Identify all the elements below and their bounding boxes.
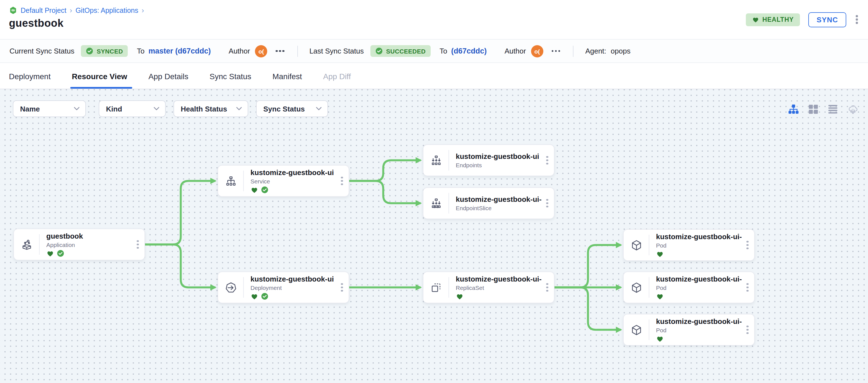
sync-button[interactable]: SYNC <box>808 12 846 27</box>
header-left: Default Project › GitOps: Applications ›… <box>9 0 144 39</box>
author-label: Author <box>229 47 250 55</box>
kebab-menu-icon[interactable] <box>542 199 553 208</box>
heart-icon <box>752 16 759 23</box>
kebab-menu-icon[interactable] <box>742 326 753 334</box>
filter-dropdown-health-status[interactable]: Health Status <box>174 100 248 117</box>
synced-badge: SYNCED <box>81 45 128 57</box>
kebab-menu-icon[interactable] <box>336 177 347 185</box>
resource-status-icons <box>656 292 742 300</box>
more-options-icon[interactable] <box>275 48 285 54</box>
chevron-down-icon <box>74 106 80 111</box>
resource-kind: Pod <box>656 242 742 249</box>
service-icon <box>218 175 243 187</box>
resource-status-icons <box>456 292 542 300</box>
filter-dropdown-sync-status[interactable]: Sync Status <box>256 100 328 117</box>
project-hexagon-icon <box>9 6 17 14</box>
resource-name: kustomize-guestbook-ui-... <box>656 275 742 284</box>
resource-kind: Application <box>46 241 132 248</box>
replicaset-icon <box>424 281 448 293</box>
agent-label: Agent: <box>585 47 606 55</box>
filter-dropdown-name[interactable]: Name <box>13 100 86 117</box>
tree-view-icon[interactable] <box>788 104 799 115</box>
tab-deployment[interactable]: Deployment <box>9 64 51 89</box>
resource-name: kustomize-guestbook-ui-... <box>656 317 742 326</box>
breadcrumb-project-link[interactable]: Default Project <box>21 6 66 14</box>
resource-status-icons <box>656 250 742 258</box>
succeeded-badge: SUCCEEDED <box>370 45 431 57</box>
resource-node-endpoints[interactable]: kustomize-guestbook-uiEndpoints <box>423 145 555 176</box>
resource-name: kustomize-guestbook-ui-... <box>456 275 542 284</box>
chevron-down-icon <box>316 106 322 111</box>
succeeded-badge-label: SUCCEEDED <box>386 48 426 54</box>
kebab-menu-icon[interactable] <box>336 283 347 292</box>
kebab-menu-icon[interactable] <box>855 13 859 26</box>
breadcrumb-separator: › <box>70 6 72 14</box>
last-commit-link[interactable]: (d67cddc) <box>451 47 487 55</box>
resource-node-service[interactable]: kustomize-guestbook-uiService <box>218 165 349 197</box>
resource-name: kustomize-guestbook-ui <box>250 168 336 177</box>
resource-node-replicaset[interactable]: kustomize-guestbook-ui-...ReplicaSet <box>423 272 555 303</box>
resource-status-icons <box>656 335 742 343</box>
tab-sync-status[interactable]: Sync Status <box>210 64 251 89</box>
pod-icon <box>624 239 649 251</box>
kebab-menu-icon[interactable] <box>742 283 753 292</box>
healthy-heart-icon <box>656 292 664 300</box>
breadcrumb: Default Project › GitOps: Applications › <box>9 6 144 14</box>
health-badge-label: HEALTHY <box>762 16 794 23</box>
resource-status-icons <box>250 186 336 194</box>
cloud-view-icon[interactable] <box>847 104 859 115</box>
resource-node-pod1[interactable]: kustomize-guestbook-ui-...Pod <box>623 229 755 261</box>
healthy-heart-icon <box>656 335 664 343</box>
page-title: guestbook <box>9 17 144 30</box>
resource-node-endpointslice[interactable]: kustomize-guestbook-ui-...EndpointSlice <box>423 187 555 219</box>
breadcrumb-separator: › <box>142 6 144 14</box>
application-icon <box>14 238 39 251</box>
filter-label: Name <box>20 104 40 113</box>
more-options-icon[interactable] <box>551 48 561 54</box>
deployment-icon <box>218 281 243 293</box>
resource-node-body: guestbookApplication <box>40 232 132 257</box>
resource-name: kustomize-guestbook-ui <box>250 275 336 284</box>
to-label: To <box>137 47 145 55</box>
synced-check-icon <box>57 250 64 257</box>
view-mode-toggles <box>788 104 859 115</box>
resource-status-icons <box>46 250 132 257</box>
author-avatar: o( <box>255 45 267 57</box>
resource-name: guestbook <box>46 232 132 241</box>
divider <box>297 45 298 57</box>
tab-app-details[interactable]: App Details <box>148 64 188 89</box>
resource-kind: ReplicaSet <box>456 284 542 291</box>
chevron-down-icon <box>153 106 159 111</box>
resource-name: kustomize-guestbook-ui-... <box>456 195 542 204</box>
resource-kind: Endpoints <box>456 161 542 169</box>
breadcrumb-applications-link[interactable]: GitOps: Applications <box>75 6 138 14</box>
check-circle-icon <box>86 47 93 55</box>
resource-kind: Service <box>250 178 336 185</box>
filter-label: Health Status <box>181 104 227 113</box>
resource-node-deployment[interactable]: kustomize-guestbook-uiDeployment <box>218 272 349 303</box>
divider <box>573 45 574 57</box>
resource-node-body: kustomize-guestbook-ui-...EndpointSlice <box>449 195 542 212</box>
kebab-menu-icon[interactable] <box>542 156 553 164</box>
kebab-menu-icon[interactable] <box>742 241 753 249</box>
header-actions: HEALTHY SYNC <box>746 0 859 39</box>
filter-dropdown-kind[interactable]: Kind <box>99 100 166 117</box>
resource-node-pod2[interactable]: kustomize-guestbook-ui-...Pod <box>623 272 755 303</box>
current-sync-status-label: Current Sync Status <box>9 47 74 55</box>
resource-node-pod3[interactable]: kustomize-guestbook-ui-...Pod <box>623 314 755 346</box>
pod-icon <box>624 281 649 293</box>
agent-value: opops <box>611 47 631 55</box>
grid-view-icon[interactable] <box>808 104 818 114</box>
list-view-icon[interactable] <box>828 104 838 114</box>
page-header: Default Project › GitOps: Applications ›… <box>0 0 868 39</box>
resource-node-guestbook[interactable]: guestbookApplication <box>13 229 145 260</box>
tab-bar: DeploymentResource ViewApp DetailsSync S… <box>0 64 868 89</box>
tab-manifest[interactable]: Manifest <box>273 64 302 89</box>
resource-node-body: kustomize-guestbook-ui-...Pod <box>649 317 742 343</box>
tab-resource-view[interactable]: Resource View <box>72 64 127 89</box>
kebab-menu-icon[interactable] <box>542 283 553 292</box>
resource-kind: Pod <box>656 326 742 334</box>
current-commit-link[interactable]: master (d67cddc) <box>148 47 211 55</box>
resource-node-body: kustomize-guestbook-uiDeployment <box>244 275 336 300</box>
kebab-menu-icon[interactable] <box>132 240 143 249</box>
